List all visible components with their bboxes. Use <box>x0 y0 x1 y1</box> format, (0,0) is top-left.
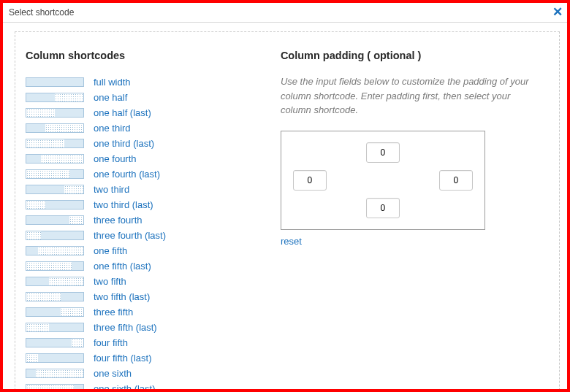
shortcode-one-half-last[interactable]: one half (last) <box>26 105 273 120</box>
column-icon <box>26 200 84 210</box>
shortcode-three-fifth[interactable]: three fifth <box>26 304 273 320</box>
shortcode-one-fourth-last[interactable]: one fourth (last) <box>26 166 273 182</box>
reset-link[interactable]: reset <box>281 236 302 247</box>
content-panel: Column shortcodes full widthone halfone … <box>15 31 560 389</box>
padding-box <box>281 131 485 230</box>
shortcode-label: one sixth (last) <box>94 383 156 389</box>
shortcode-label: one third (last) <box>94 138 154 149</box>
shortcode-label: one half (last) <box>94 107 151 118</box>
shortcode-label: three fifth <box>94 307 133 318</box>
shortcode-label: one sixth <box>94 368 132 379</box>
shortcode-label: four fifth <box>94 337 128 348</box>
padding-bottom-input[interactable] <box>366 198 400 218</box>
shortcode-two-fifth[interactable]: two fifth <box>26 274 273 289</box>
shortcode-one-sixth[interactable]: one sixth <box>26 366 273 381</box>
column-shortcodes-title: Column shortcodes <box>26 50 273 61</box>
column-padding-section: Column padding ( optional ) Use the inpu… <box>273 50 542 389</box>
shortcode-three-fourth-last[interactable]: three fourth (last) <box>26 228 273 243</box>
shortcode-three-fifth-last[interactable]: three fifth (last) <box>26 320 273 335</box>
shortcode-three-fourth[interactable]: three fourth <box>26 212 273 228</box>
shortcode-label: three fifth (last) <box>94 322 157 333</box>
column-shortcodes-section: Column shortcodes full widthone halfone … <box>26 50 273 389</box>
dialog-body[interactable]: Column shortcodes full widthone halfone … <box>3 23 567 389</box>
shortcode-one-fifth[interactable]: one fifth <box>26 243 273 258</box>
shortcode-dialog: Select shortcode ✕ Column shortcodes ful… <box>3 3 567 389</box>
column-icon <box>26 108 84 118</box>
column-icon <box>26 261 84 271</box>
shortcode-four-fifth[interactable]: four fifth <box>26 335 273 350</box>
column-icon <box>26 353 84 363</box>
column-icon <box>26 185 84 194</box>
column-icon <box>26 77 84 87</box>
shortcode-label: three fourth <box>94 215 142 226</box>
column-icon <box>26 123 84 133</box>
column-icon <box>26 307 84 317</box>
column-icon <box>26 384 84 389</box>
column-icon <box>26 139 84 148</box>
shortcode-label: one half <box>94 92 127 103</box>
padding-help-text: Use the input fields below to customize … <box>281 74 542 118</box>
shortcode-four-fifth-last[interactable]: four fifth (last) <box>26 350 273 366</box>
dialog-header: Select shortcode ✕ <box>3 3 567 23</box>
shortcode-label: one fifth (last) <box>94 261 151 272</box>
shortcode-label: one third <box>94 123 131 134</box>
column-icon <box>26 231 84 240</box>
close-icon[interactable]: ✕ <box>548 3 567 22</box>
shortcode-one-fourth[interactable]: one fourth <box>26 151 273 166</box>
column-icon <box>26 215 84 225</box>
shortcode-full-width[interactable]: full width <box>26 74 273 90</box>
shortcode-label: one fourth <box>94 153 137 164</box>
shortcode-one-fifth-last[interactable]: one fifth (last) <box>26 258 273 274</box>
column-icon <box>26 246 84 255</box>
shortcode-two-third-last[interactable]: two third (last) <box>26 197 273 212</box>
column-icon <box>26 369 84 378</box>
column-icon <box>26 338 84 347</box>
shortcode-label: three fourth (last) <box>94 230 166 241</box>
column-icon <box>26 292 84 301</box>
shortcode-one-third-last[interactable]: one third (last) <box>26 136 273 151</box>
shortcode-label: two fifth <box>94 276 126 287</box>
shortcode-label: one fourth (last) <box>94 169 160 180</box>
column-padding-title: Column padding ( optional ) <box>281 50 542 61</box>
shortcode-label: two third <box>94 184 129 195</box>
shortcode-label: two fifth (last) <box>94 291 150 302</box>
dialog-title: Select shortcode <box>9 7 74 18</box>
shortcode-two-fifth-last[interactable]: two fifth (last) <box>26 289 273 304</box>
shortcode-two-third[interactable]: two third <box>26 182 273 197</box>
column-icon <box>26 93 84 102</box>
shortcode-one-third[interactable]: one third <box>26 120 273 136</box>
shortcode-label: two third (last) <box>94 199 153 210</box>
shortcode-label: full width <box>94 77 131 88</box>
shortcode-list: full widthone halfone half (last)one thi… <box>26 74 273 389</box>
padding-top-input[interactable] <box>366 142 400 163</box>
column-icon <box>26 154 84 164</box>
padding-right-input[interactable] <box>439 170 473 191</box>
shortcode-one-sixth-last[interactable]: one sixth (last) <box>26 381 273 389</box>
shortcode-label: four fifth (last) <box>94 353 151 364</box>
column-icon <box>26 169 84 179</box>
column-icon <box>26 277 84 286</box>
padding-left-input[interactable] <box>293 170 327 191</box>
shortcode-one-half[interactable]: one half <box>26 90 273 105</box>
column-icon <box>26 323 84 332</box>
shortcode-label: one fifth <box>94 245 127 256</box>
